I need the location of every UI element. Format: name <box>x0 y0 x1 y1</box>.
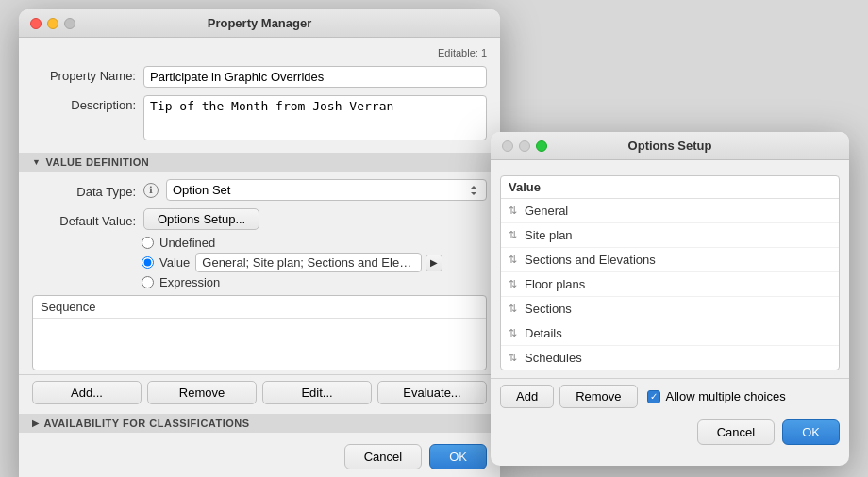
list-item[interactable]: ⇅ Site plan <box>501 223 839 248</box>
property-name-label: Property Name: <box>32 66 136 83</box>
options-main-actions: Cancel OK <box>491 414 849 454</box>
option-details: Details <box>525 326 562 340</box>
list-item[interactable]: ⇅ Details <box>501 321 839 346</box>
list-item[interactable]: ⇅ General <box>501 199 839 223</box>
options-remove-button[interactable]: Remove <box>559 385 637 408</box>
option-site-plan: Site plan <box>525 228 573 242</box>
sort-handle-icon: ⇅ <box>509 303 517 315</box>
sort-handle-icon: ⇅ <box>509 229 517 241</box>
availability-label: AVAILABILITY FOR CLASSIFICATIONS <box>44 418 250 429</box>
expression-radio[interactable] <box>142 276 154 288</box>
property-manager-window: Property Manager Editable: 1 Property Na… <box>19 9 500 477</box>
option-sections: Sections <box>525 302 572 316</box>
description-control: Tip of the Month from Josh Verran <box>143 95 487 143</box>
allow-multiple-checkbox[interactable]: ✓ <box>647 390 660 403</box>
traffic-lights <box>30 18 75 29</box>
option-general: General <box>525 204 568 218</box>
options-close-button[interactable] <box>502 140 513 152</box>
expression-radio-item: Expression <box>142 275 487 289</box>
list-item[interactable]: ⇅ Schedules <box>501 346 839 370</box>
sequence-area: Sequence <box>32 295 487 370</box>
property-name-control <box>143 66 487 88</box>
undefined-radio-item: Undefined <box>142 236 487 250</box>
options-traffic-lights <box>502 140 547 152</box>
options-cancel-button[interactable]: Cancel <box>697 419 775 445</box>
options-setup-body: Value ⇅ General ⇅ Site plan ⇅ Sections a… <box>491 160 849 466</box>
editable-badge: Editable: 1 <box>19 45 500 62</box>
option-floor-plans: Floor plans <box>525 277 585 291</box>
options-ok-button[interactable]: OK <box>782 419 840 445</box>
value-text-display: General; Site plan; Sections and Elevati… <box>195 253 422 272</box>
default-value-row: Default Value: Options Setup... <box>19 205 500 234</box>
close-button[interactable] <box>30 18 42 29</box>
options-list-area: Value ⇅ General ⇅ Site plan ⇅ Sections a… <box>500 175 840 370</box>
allow-multiple-row: ✓ Allow multiple choices <box>647 389 786 403</box>
options-setup-button[interactable]: Options Setup... <box>143 208 259 230</box>
options-add-button[interactable]: Add <box>500 385 554 408</box>
radio-group: Undefined Value General; Site plan; Sect… <box>19 234 500 291</box>
value-expand-button[interactable]: ▶ <box>426 255 442 271</box>
bottom-toolbar: Add... Remove Edit... Evaluate... <box>19 374 500 410</box>
sort-handle-icon: ⇅ <box>509 327 517 339</box>
options-setup-titlebar: Options Setup <box>491 132 849 160</box>
sort-handle-icon: ⇅ <box>509 254 517 266</box>
sort-handle-icon: ⇅ <box>509 205 517 217</box>
property-name-row: Property Name: <box>19 62 500 91</box>
value-definition-section-header[interactable]: ▼ VALUE DEFINITION <box>19 153 500 172</box>
options-setup-window: Options Setup Value ⇅ General ⇅ Site pla… <box>491 132 849 466</box>
availability-arrow-icon: ▶ <box>32 419 40 428</box>
sort-handle-icon: ⇅ <box>509 278 517 290</box>
window-title: Property Manager <box>208 16 312 30</box>
add-button[interactable]: Add... <box>32 381 142 404</box>
evaluate-button[interactable]: Evaluate... <box>377 381 487 404</box>
options-setup-title: Options Setup <box>628 139 712 153</box>
description-label: Description: <box>32 95 136 112</box>
allow-multiple-label: Allow multiple choices <box>666 389 786 403</box>
list-item[interactable]: ⇅ Sections <box>501 297 839 321</box>
property-name-input[interactable] <box>143 66 487 88</box>
default-value-label: Default Value: <box>32 211 136 228</box>
property-manager-body: Editable: 1 Property Name: Description: … <box>19 38 500 477</box>
description-row: Description: Tip of the Month from Josh … <box>19 91 500 147</box>
sort-handle-icon: ⇅ <box>509 352 517 364</box>
data-type-select[interactable]: Option Set <box>166 179 487 201</box>
maximize-button[interactable] <box>64 18 75 29</box>
minimize-button[interactable] <box>47 18 58 29</box>
value-radio[interactable] <box>142 256 154 269</box>
section-arrow-icon: ▼ <box>32 157 41 167</box>
undefined-label: Undefined <box>159 236 215 250</box>
main-actions: Cancel OK <box>19 436 500 477</box>
availability-section-header[interactable]: ▶ AVAILABILITY FOR CLASSIFICATIONS <box>19 414 500 433</box>
ok-button[interactable]: OK <box>429 444 487 469</box>
cancel-button[interactable]: Cancel <box>344 444 422 469</box>
expression-label: Expression <box>159 275 220 289</box>
value-list-control: General; Site plan; Sections and Elevati… <box>195 253 442 272</box>
sequence-header: Sequence <box>33 296 486 319</box>
info-icon[interactable]: ℹ <box>143 183 159 198</box>
option-sections-elevations: Sections and Elevations <box>525 253 656 267</box>
data-type-label: Data Type: <box>32 182 136 199</box>
list-item[interactable]: ⇅ Floor plans <box>501 272 839 297</box>
data-type-row: Data Type: ℹ Option Set <box>19 175 500 205</box>
options-minimize-button[interactable] <box>519 140 530 152</box>
edit-button[interactable]: Edit... <box>262 381 372 404</box>
options-maximize-button[interactable] <box>536 140 547 152</box>
option-schedules: Schedules <box>525 351 582 365</box>
value-radio-label: Value <box>159 255 190 270</box>
property-manager-titlebar: Property Manager <box>19 9 500 38</box>
undefined-radio[interactable] <box>142 237 154 249</box>
value-radio-item: Value General; Site plan; Sections and E… <box>142 253 487 272</box>
options-actions: Add Remove ✓ Allow multiple choices <box>491 378 849 414</box>
list-item[interactable]: ⇅ Sections and Elevations <box>501 248 839 272</box>
options-list-header: Value <box>501 176 839 199</box>
description-input[interactable]: Tip of the Month from Josh Verran <box>143 95 487 140</box>
remove-button[interactable]: Remove <box>147 381 257 404</box>
value-definition-label: VALUE DEFINITION <box>45 156 149 168</box>
